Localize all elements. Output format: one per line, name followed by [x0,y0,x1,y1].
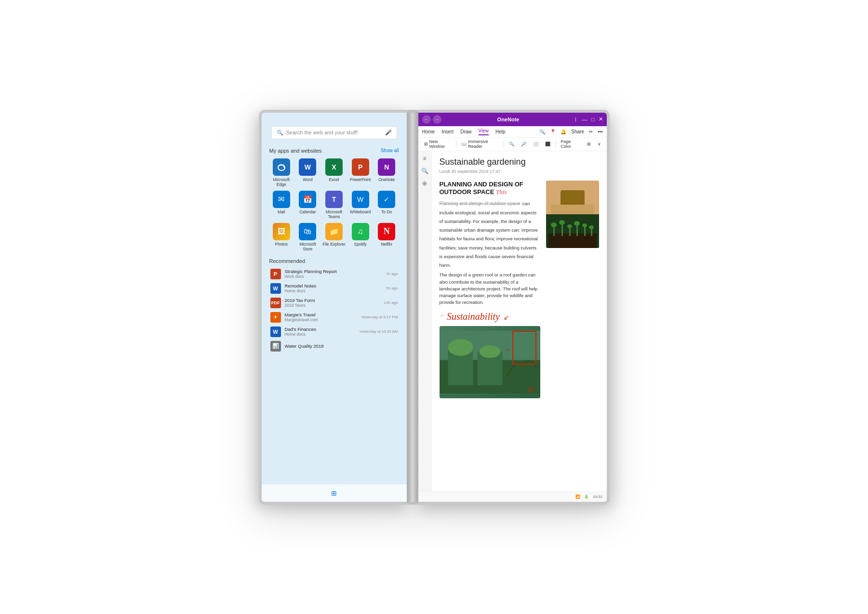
rec-name-2: 2019 Tax Form [285,298,380,303]
svg-rect-20 [584,227,586,236]
app-icon-store: 🛍 [299,223,316,240]
rec-info-1: Remodel Notes Home docs [285,283,383,293]
app-label-store: Microsoft Store [295,242,320,251]
windows-icon[interactable]: ⊞ [331,489,337,497]
app-netflix[interactable]: N Netflix [374,223,399,251]
forward-button[interactable]: → [433,115,441,124]
svg-rect-9 [551,205,594,214]
apps-header: My apps and websites Show all [269,148,399,154]
menu-edit-icon[interactable]: ✏ [589,129,593,134]
app-edge[interactable]: Microsoft Edge [269,158,294,187]
rec-time-0: 1h ago [386,272,398,276]
rec-item-0[interactable]: P Strategic Planning Report Work docs 1h… [269,267,399,281]
seedlings-svg [546,214,599,248]
app-icon-photos: 🖼 [273,223,290,240]
note-para-2: The design of a green roof or a roof gar… [440,272,540,306]
search-bar[interactable]: 🔍 Search the web and your stuff! 🎤 [271,126,397,139]
app-teams[interactable]: T Microsoft Teams [322,191,347,219]
onenote-content: Sustainable gardening Lundi 30 septembre… [432,151,607,491]
menu-bell-icon[interactable]: 🔔 [561,129,566,134]
app-label-netflix: Netflix [381,242,392,247]
minimize-button[interactable]: — [582,117,588,122]
toolbar-view2[interactable]: ⬛ [543,141,552,147]
svg-point-21 [582,223,587,227]
toolbar-sep-2 [504,140,504,148]
toolbar-zoom-in[interactable]: 🔎 [519,141,528,147]
close-button[interactable]: ✕ [599,116,603,122]
sidebar-nav-icon[interactable]: ⊕ [422,180,427,187]
sidebar-search-icon[interactable]: 🔍 [421,168,428,174]
app-whiteboard[interactable]: W Whiteboard [348,191,373,219]
titlebar-nav: ← → [422,115,441,124]
status-wifi: 📶 [575,495,580,499]
menu-search-icon[interactable]: 🔍 [539,129,545,134]
rec-time-1: 5h ago [386,286,398,290]
menu-help[interactable]: Help [495,129,506,134]
maximize-button[interactable]: □ [591,117,595,122]
menu-share[interactable]: Share [571,129,584,134]
toolbar-grid[interactable]: ⊞ [585,141,593,147]
menu-more[interactable]: ••• [598,129,603,134]
svg-point-5 [448,339,473,356]
rec-name-0: Strategic Planning Report [285,269,383,274]
onenote-titlebar: ← → OneNote | — □ ✕ [418,113,607,126]
app-label-excel: Excel [329,177,339,182]
app-photos[interactable]: 🖼 Photos [269,223,294,251]
app-word[interactable]: W Word [295,158,320,187]
rec-info-2: 2019 Tax Form 2019 Taxes [285,298,380,308]
rec-item-4[interactable]: W Dad's Finances Home docs Yesterday at … [269,325,399,339]
back-button[interactable]: ← [422,115,431,124]
note-para-inline: can include ecological, social and econo… [440,201,538,268]
show-all-link[interactable]: Show all [381,148,399,153]
sidebar-pages-icon[interactable]: ≡ [423,155,426,162]
note-text-area: PLANNING AND DESIGN OF OUTDOOR SPACE Thi… [440,181,540,398]
app-icon-todo: ✓ [378,191,395,208]
toolbar-expand[interactable]: ∨ [596,141,603,147]
app-spotify[interactable]: ♫ Spotify [348,223,373,251]
left-screen-content: 🔍 Search the web and your stuff! 🎤 My ap… [262,113,407,502]
note-title: Sustainable gardening [440,157,599,167]
app-todo[interactable]: ✓ To Do [374,191,399,219]
app-label-spotify: Spotify [354,242,367,247]
app-store[interactable]: 🛍 Microsoft Store [295,223,320,251]
app-calendar[interactable]: 📅 Calendar [295,191,320,219]
app-explorer[interactable]: 📁 File Explorer [322,223,347,251]
app-label-onenote: OneNote [378,177,395,182]
new-window-icon: ⊞ [424,142,428,146]
rec-info-0: Strategic Planning Report Work docs [285,269,383,279]
rec-item-5[interactable]: 📊 Water Quality 2018 [269,339,399,353]
rec-item-3[interactable]: ✈ Margie's Travel Margiestravel.com Yest… [269,310,399,325]
app-icon-teams: T [325,191,343,208]
app-ppt[interactable]: P PowerPoint [348,158,373,187]
toolbar-page-color[interactable]: Page Color [559,138,582,150]
rec-sub-3: Margiestravel.com [285,317,358,322]
app-mail[interactable]: ✉ Mail [269,191,294,219]
app-onenote[interactable]: N OneNote [374,158,399,187]
menu-pin-icon[interactable]: 📍 [550,129,556,134]
menu-insert[interactable]: Insert [441,129,454,134]
image-top [546,181,599,214]
note-heading: PLANNING AND DESIGN OF OUTDOOR SPACE Thi… [440,181,540,197]
menu-draw[interactable]: Draw [460,129,471,134]
toolbar-view1[interactable]: ⬜ [531,141,540,147]
svg-rect-14 [561,224,563,236]
menu-home[interactable]: Home [422,129,435,134]
rec-time-4: Yesterday at 10:35 AM [359,329,398,334]
app-excel[interactable]: X Excel [322,158,347,187]
app-icon-word: W [299,158,316,176]
app-icon-onenote: N [378,158,395,176]
menu-view[interactable]: View [479,128,489,135]
app-label-todo: To Do [381,209,392,214]
rec-item-1[interactable]: W Remodel Notes Home docs 5h ago [269,281,399,296]
toolbar-new-window[interactable]: ⊞ New Window [422,138,454,150]
svg-point-15 [559,220,565,225]
rec-info-4: Dad's Finances Home docs [285,327,356,337]
rec-item-2[interactable]: PDF 2019 Tax Form 2019 Taxes 12h ago [269,296,399,310]
bottom-image-content: → ⊡ [440,326,540,398]
svg-rect-22 [591,229,592,236]
toolbar-immersive[interactable]: 📖 Immersive Reader [459,138,501,150]
onenote-sidebar: ≡ 🔍 ⊕ [418,151,432,491]
toolbar-zoom-out[interactable]: 🔍 [507,141,516,147]
recommended-section: Recommended P Strategic Planning Report … [262,254,407,484]
note-bottom-image: → ⊡ [440,326,540,398]
